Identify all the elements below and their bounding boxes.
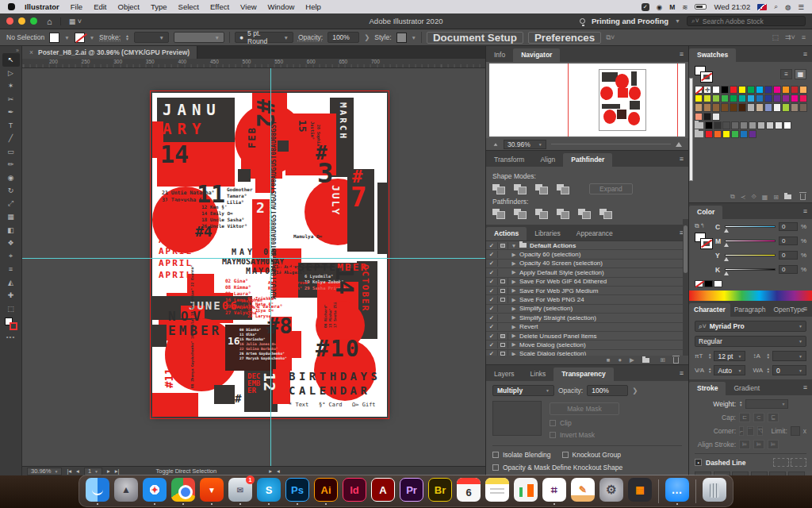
swatch-chip[interactable]	[773, 94, 781, 102]
swatch-chip[interactable]	[712, 86, 720, 94]
dock-skype[interactable]: S	[256, 478, 282, 505]
swatch-trash-icon[interactable]	[800, 194, 806, 200]
font-size-field[interactable]: 12 pt▼	[714, 351, 745, 361]
menu-help[interactable]: Help	[305, 2, 321, 11]
swatch-folder-icon[interactable]	[784, 194, 791, 199]
zoom-level-dropdown[interactable]: 30.96%▼	[27, 468, 62, 475]
tool-11[interactable]: ⤢	[2, 198, 20, 211]
artboard-nav-last-icon[interactable]: ▸|	[115, 468, 120, 475]
action-row[interactable]: ✓▶Save For Web PNG 24	[486, 295, 688, 304]
swatch-chip[interactable]	[712, 113, 720, 121]
dock-safari[interactable]: ✦	[142, 478, 167, 505]
swatch-chip[interactable]	[695, 113, 703, 121]
dock-calculator[interactable]: ▦	[627, 478, 653, 505]
skype-icon[interactable]: S	[257, 478, 281, 502]
trash-icon[interactable]	[703, 478, 726, 502]
dock-photoshop[interactable]: Ps	[285, 478, 310, 505]
color-none-chip[interactable]	[695, 280, 703, 287]
align-center-icon[interactable]: ⊨	[739, 440, 750, 449]
action-row[interactable]: ✓▶Opacity 60 (selection)	[486, 250, 688, 259]
photoshop-icon[interactable]: Ps	[285, 478, 309, 502]
action-row[interactable]: ✓▶Move Dialog (selection)	[486, 341, 688, 349]
slack-icon[interactable]: ⌗	[542, 478, 566, 502]
dock-brave[interactable]: ▼	[199, 478, 224, 505]
swatch-grid[interactable]: ✛	[689, 84, 812, 139]
wifi-icon[interactable]: ≋	[682, 3, 688, 11]
dock-bridge[interactable]: Br	[427, 478, 453, 505]
exclude-icon[interactable]	[557, 184, 569, 194]
stroke-weight-stepper[interactable]: ▲▼	[125, 34, 129, 40]
miter-join-icon[interactable]: ⌐	[739, 426, 744, 436]
tab-pathfinder[interactable]: Pathfinder	[563, 153, 612, 167]
zoom-out-icon[interactable]	[494, 143, 498, 146]
dock-finder[interactable]	[85, 478, 110, 505]
menu-effect[interactable]: Effect	[210, 2, 229, 11]
dock-numbers[interactable]	[513, 478, 538, 505]
swatch-chip[interactable]	[722, 130, 730, 138]
dashed-line-checkbox[interactable]: ▪	[695, 459, 702, 466]
leading-field[interactable]: ▼	[772, 351, 806, 361]
input-language-flag[interactable]	[757, 4, 767, 10]
guide-horizontal[interactable]	[22, 258, 485, 259]
intersect-icon[interactable]	[535, 184, 547, 194]
tool-4[interactable]: ✒	[2, 106, 20, 119]
swatch-chip[interactable]	[757, 121, 765, 129]
tool-17[interactable]: ◭	[2, 276, 20, 290]
limit-field[interactable]	[791, 426, 800, 436]
stroke-menu-icon[interactable]: ≡	[803, 383, 807, 391]
menu-object[interactable]: Object	[118, 2, 140, 11]
brave-icon[interactable]: ▼	[200, 478, 224, 502]
artboard-nav-prev-icon[interactable]: ◂	[76, 468, 79, 475]
stop-icon[interactable]: ■	[607, 356, 611, 364]
variable-width-dropdown[interactable]: ▼	[174, 32, 224, 43]
bevel-join-icon[interactable]: ◹	[757, 426, 763, 436]
dock-icon-2[interactable]: ⇉˅	[785, 33, 795, 41]
tool-13[interactable]: ◧	[2, 224, 20, 237]
new-action-icon[interactable]: ⊞	[661, 356, 665, 364]
swatch-chip[interactable]	[721, 86, 729, 94]
status-icon-m[interactable]: M	[669, 3, 675, 11]
list-view-icon[interactable]: ≡	[780, 69, 792, 79]
projecting-cap-icon[interactable]: ⊑	[768, 413, 779, 422]
tool-6[interactable]: ╱	[2, 132, 20, 145]
dock-slack[interactable]: ⌗	[542, 478, 567, 505]
tab-libraries[interactable]: Libraries	[527, 227, 569, 241]
tool-9[interactable]: ◉	[2, 171, 20, 185]
menu-window[interactable]: Window	[268, 2, 295, 11]
preserve-dash-icon[interactable]	[773, 458, 789, 467]
tab-stroke[interactable]: Stroke	[689, 382, 726, 395]
swatch-chip[interactable]	[782, 86, 790, 94]
align-icon[interactable]: ⧉˅	[606, 33, 615, 42]
font-style-field[interactable]: Regular ▼	[695, 336, 806, 347]
numbers-icon[interactable]	[514, 478, 538, 502]
swatch-chip[interactable]	[731, 130, 739, 138]
transparency-opacity-field[interactable]: 100%	[587, 385, 628, 396]
align-dash-icon[interactable]	[791, 458, 806, 467]
document-tab[interactable]: × Poster_H8_2.ai @ 30.96% (CMYK/GPU Prev…	[22, 46, 197, 59]
swatch-chip[interactable]	[747, 86, 755, 94]
toolbar-more-icon[interactable]: •••	[6, 333, 15, 341]
stock-search-field[interactable]: ⌕˅ Search Adobe Stock	[687, 16, 806, 26]
discover-icon[interactable]	[580, 18, 585, 24]
new-set-icon[interactable]	[642, 358, 649, 363]
color-black-chip[interactable]	[704, 280, 713, 287]
tool-1[interactable]: ▷	[2, 67, 20, 80]
hamburger-icon[interactable]: ≡	[802, 33, 806, 41]
opacity-mask-checkbox[interactable]: Opacity & Mask Define Knockout Shape	[492, 464, 622, 471]
swatch-chip[interactable]	[730, 86, 737, 94]
outline-icon[interactable]	[578, 209, 590, 218]
opacity-caret-icon[interactable]: ❯	[364, 33, 370, 41]
grid-view-icon[interactable]: ▦	[795, 69, 806, 79]
preferences-button[interactable]: Preferences	[528, 32, 601, 44]
swatch-chip[interactable]	[791, 86, 799, 94]
swatch-chip[interactable]	[764, 94, 772, 102]
swatch-chip[interactable]	[791, 94, 799, 102]
tool-8[interactable]: ✏	[2, 158, 20, 171]
toolbar-expand-icon[interactable]: »	[16, 48, 19, 53]
color-spectrum-bar[interactable]	[689, 291, 812, 301]
fill-caret-icon[interactable]: ▼	[64, 35, 69, 40]
workspace-switcher[interactable]: Printing and Proofing	[592, 17, 668, 25]
style-swatch[interactable]	[396, 33, 407, 43]
acrobat-icon[interactable]: A	[371, 478, 395, 502]
swatch-chip[interactable]	[730, 103, 737, 111]
